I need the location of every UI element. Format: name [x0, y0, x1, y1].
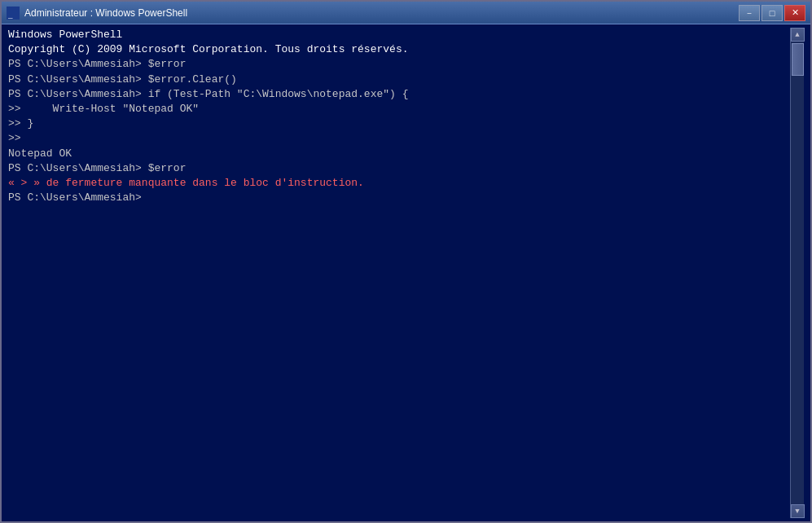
minimize-button[interactable]: – — [739, 5, 760, 21]
console-area[interactable]: Windows PowerShellCopyright (C) 2009 Mic… — [2, 24, 810, 521]
title-bar: _ Administrateur : Windows PowerShell – … — [2, 2, 810, 24]
console-line: Windows PowerShell — [8, 28, 790, 42]
scroll-down-button[interactable]: ▼ — [791, 504, 805, 518]
scrollbar-thumb[interactable] — [792, 43, 804, 76]
console-output: Windows PowerShellCopyright (C) 2009 Mic… — [8, 28, 790, 518]
console-line: PS C:\Users\Ammesiah> if (Test-Path "C:\… — [8, 87, 790, 102]
console-line: >> — [8, 131, 790, 146]
scrollbar-track[interactable] — [791, 42, 804, 504]
console-line: PS C:\Users\Ammesiah> $error.Clear() — [8, 73, 790, 87]
scroll-up-button[interactable]: ▲ — [791, 28, 805, 42]
console-line: >> } — [8, 116, 790, 131]
powershell-icon: _ — [7, 7, 20, 20]
scrollbar[interactable]: ▲ ▼ — [790, 28, 804, 518]
svg-text:_: _ — [7, 9, 13, 19]
title-bar-left: _ Administrateur : Windows PowerShell — [7, 7, 187, 20]
window-controls: – □ ✕ — [739, 5, 805, 21]
maximize-button[interactable]: □ — [762, 5, 783, 21]
console-line: PS C:\Users\Ammesiah> $error — [8, 161, 790, 176]
console-line: >> Write-Host "Notepad OK" — [8, 102, 790, 116]
console-line: « > » de fermeture manquante dans le blo… — [8, 176, 790, 191]
console-line: Notepad OK — [8, 147, 790, 161]
window-title: Administrateur : Windows PowerShell — [24, 7, 187, 19]
console-line: Copyright (C) 2009 Microsoft Corporation… — [8, 42, 790, 57]
close-button[interactable]: ✕ — [784, 5, 805, 21]
console-line: PS C:\Users\Ammesiah> $error — [8, 57, 790, 72]
console-line: PS C:\Users\Ammesiah> — [8, 191, 790, 205]
powershell-window: _ Administrateur : Windows PowerShell – … — [0, 0, 812, 523]
